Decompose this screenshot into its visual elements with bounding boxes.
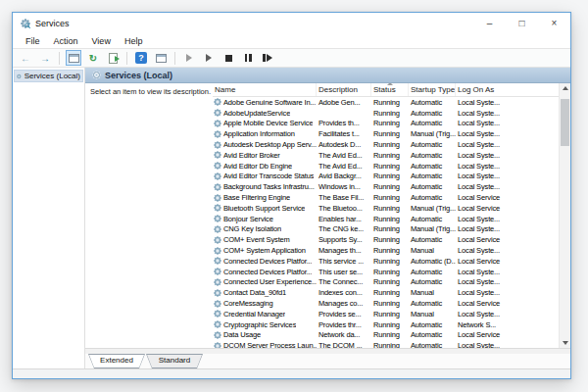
back-icon[interactable]: ← <box>18 50 33 66</box>
vertical-scrollbar[interactable] <box>559 83 570 348</box>
column-header-startup-type[interactable]: Startup Type <box>409 83 456 96</box>
service-row[interactable]: Autodesk Desktop App Serv... Autodesk D.… <box>213 139 559 150</box>
column-header-log-on-as[interactable]: Log On As <box>456 83 559 96</box>
service-name-cell[interactable]: CNG Key Isolation <box>213 224 317 233</box>
service-status: Running <box>371 182 409 191</box>
service-row[interactable]: CNG Key Isolation The CNG ke... Running … <box>213 224 559 235</box>
service-name-cell[interactable]: Avid Editor Broker <box>213 151 317 160</box>
service-name-cell[interactable]: COM+ Event System <box>213 235 317 244</box>
service-name-cell[interactable]: Contact Data_90fd1 <box>213 288 317 297</box>
scroll-up-icon[interactable] <box>560 83 570 93</box>
service-name-cell[interactable]: COM+ System Application <box>213 246 317 255</box>
service-row[interactable]: COM+ Event System Supports Sy... Running… <box>213 234 559 245</box>
column-header-name[interactable]: Name <box>213 83 317 96</box>
service-row[interactable]: Connected User Experience... The Connec.… <box>213 277 559 288</box>
service-name-cell[interactable]: Data Usage <box>213 330 317 339</box>
service-row[interactable]: Connected Devices Platfor... This servic… <box>213 256 559 267</box>
service-row[interactable]: Adobe Genuine Software In... Adobe Gen..… <box>213 97 559 108</box>
export-list-icon[interactable] <box>105 50 121 66</box>
service-name-cell[interactable]: Connected User Experience... <box>213 277 317 286</box>
resume-service-icon[interactable] <box>201 50 217 66</box>
service-row[interactable]: DCOM Server Process Laun... The DCOM ...… <box>213 340 559 348</box>
menu-view[interactable]: View <box>85 36 118 46</box>
service-row[interactable]: Avid Editor Broker The Avid Ed... Runnin… <box>213 150 559 161</box>
service-log-on-as: Local Syste... <box>456 288 559 297</box>
service-name: DCOM Server Process Laun... <box>223 341 317 348</box>
service-log-on-as: Local Service <box>456 235 559 244</box>
column-header-status[interactable]: Status <box>371 83 409 96</box>
service-row[interactable]: Background Tasks Infrastru... Windows in… <box>213 181 559 192</box>
service-name-cell[interactable]: Avid Editor Transcode Status <box>213 172 317 180</box>
service-log-on-as: Local Service <box>456 257 559 266</box>
scroll-down-icon[interactable] <box>560 338 570 348</box>
service-name-cell[interactable]: Base Filtering Engine <box>213 193 317 202</box>
service-name-cell[interactable]: Apple Mobile Device Service <box>213 119 317 127</box>
service-row[interactable]: Bonjour Service Enables har... Running A… <box>213 214 559 224</box>
service-name: COM+ Event System <box>223 235 290 244</box>
service-name-cell[interactable]: Credential Manager <box>213 310 317 318</box>
service-name-cell[interactable]: AdobeUpdateService <box>213 109 317 118</box>
service-gear-icon <box>214 172 221 180</box>
service-gear-icon <box>214 257 221 265</box>
service-row[interactable]: Connected Devices Platfor... This user s… <box>213 267 559 277</box>
show-console-tree-icon[interactable] <box>66 50 81 66</box>
menu-help[interactable]: Help <box>118 36 150 46</box>
refresh-icon[interactable]: ↻ <box>85 50 101 66</box>
start-service-icon[interactable] <box>181 50 197 66</box>
service-description: Indexes con... <box>317 288 371 297</box>
service-status: Running <box>371 330 409 339</box>
stop-service-icon[interactable] <box>220 50 236 66</box>
tab-standard[interactable]: Standard <box>146 354 203 368</box>
service-name-cell[interactable]: Application Information <box>213 129 317 138</box>
services-list-pane: Name Description Status Startup Type Log… <box>213 83 570 348</box>
properties-window-icon[interactable] <box>153 50 169 66</box>
service-row[interactable]: Avid Editor Transcode Status Avid Backgr… <box>213 172 559 182</box>
pause-service-icon[interactable] <box>240 50 256 66</box>
tab-extended[interactable]: Extended <box>88 354 145 368</box>
service-gear-icon <box>214 331 221 339</box>
service-name-cell[interactable]: Background Tasks Infrastru... <box>213 182 317 191</box>
service-name-cell[interactable]: Cryptographic Services <box>213 320 317 329</box>
service-row[interactable]: CoreMessaging Manages co... Running Auto… <box>213 298 559 309</box>
service-startup-type: Automatic <box>409 162 456 171</box>
help-icon[interactable]: ? <box>133 50 149 66</box>
service-description: Facilitates t... <box>317 129 371 138</box>
service-row[interactable]: Bluetooth Support Service The Bluetoo...… <box>213 203 559 214</box>
maximize-button[interactable]: □ <box>506 13 538 33</box>
service-name-cell[interactable]: Bluetooth Support Service <box>213 204 317 213</box>
scrollbar-track[interactable] <box>560 93 570 338</box>
tree-item-services-local[interactable]: Services (Local) <box>14 70 83 82</box>
service-name: Adobe Genuine Software In... <box>223 98 316 107</box>
close-button[interactable]: × <box>538 13 570 33</box>
scrollbar-thumb[interactable] <box>561 99 569 146</box>
service-log-on-as: Local Service <box>456 299 559 308</box>
service-row[interactable]: COM+ System Application Manages th... Ru… <box>213 245 559 256</box>
service-row[interactable]: Cryptographic Services Provides thr... R… <box>213 319 559 330</box>
service-name: Bluetooth Support Service <box>223 204 305 213</box>
service-row[interactable]: Avid Editor Db Engine The Avid Ed... Run… <box>213 161 559 172</box>
service-row[interactable]: Data Usage Network da... Running Automat… <box>213 330 559 341</box>
service-name-cell[interactable]: Adobe Genuine Software In... <box>213 98 317 107</box>
minimize-button[interactable]: – <box>473 13 506 33</box>
service-row[interactable]: Application Information Facilitates t...… <box>213 128 559 139</box>
menu-action[interactable]: Action <box>47 36 85 46</box>
service-row[interactable]: Base Filtering Engine The Base Fil... Ru… <box>213 192 559 203</box>
service-name-cell[interactable]: Autodesk Desktop App Serv... <box>213 140 317 149</box>
service-row[interactable]: Apple Mobile Device Service Provides th.… <box>213 119 559 129</box>
service-name-cell[interactable]: Avid Editor Db Engine <box>213 162 317 171</box>
service-row[interactable]: Credential Manager Provides se... Runnin… <box>213 309 559 319</box>
service-row[interactable]: Contact Data_90fd1 Indexes con... Runnin… <box>213 287 559 298</box>
service-log-on-as: Local Syste... <box>456 98 559 107</box>
menu-file[interactable]: File <box>19 36 47 46</box>
forward-icon[interactable]: → <box>37 50 53 66</box>
service-name-cell[interactable]: DCOM Server Process Laun... <box>213 341 317 348</box>
service-name-cell[interactable]: CoreMessaging <box>213 299 317 308</box>
restart-service-icon[interactable] <box>260 50 275 66</box>
title-bar[interactable]: Services – □ × <box>13 13 570 33</box>
service-row[interactable]: AdobeUpdateService Running Automatic Loc… <box>213 108 559 119</box>
service-name-cell[interactable]: Connected Devices Platfor... <box>213 257 317 266</box>
service-name-cell[interactable]: Bonjour Service <box>213 215 317 223</box>
services-gear-icon <box>21 19 30 28</box>
service-name-cell[interactable]: Connected Devices Platfor... <box>213 268 317 276</box>
column-header-description[interactable]: Description <box>317 83 371 96</box>
